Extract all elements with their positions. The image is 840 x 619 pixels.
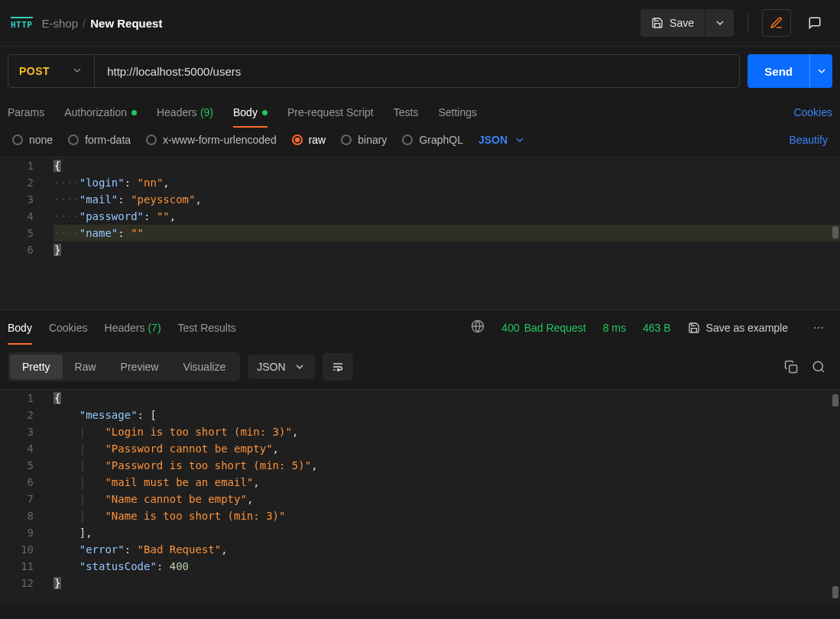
tab-pre-request[interactable]: Pre-request Script — [287, 97, 374, 128]
send-button[interactable]: Send — [748, 54, 809, 88]
tab-headers[interactable]: Headers(9) — [157, 97, 213, 128]
http-method-select[interactable]: POST — [8, 55, 95, 87]
resp-tab-headers[interactable]: Headers(7) — [105, 310, 161, 345]
floppy-icon — [651, 17, 663, 29]
search-button[interactable] — [805, 360, 832, 374]
code-token: "password" — [79, 210, 144, 222]
svg-rect-7 — [790, 365, 797, 373]
resp-tab-cookies[interactable]: Cookies — [49, 310, 88, 345]
line-number: 2 — [0, 407, 34, 423]
status-code: 400 — [501, 322, 519, 334]
tab-authorization[interactable]: Authorization — [64, 97, 137, 128]
beautify-link[interactable]: Beautify — [789, 134, 828, 146]
body-language-select[interactable]: JSON — [478, 134, 526, 146]
breadcrumb: E-shop / New Request — [42, 17, 163, 30]
seg-preview[interactable]: Preview — [109, 355, 171, 379]
svg-point-8 — [813, 361, 822, 371]
response-time: 8 ms — [603, 322, 626, 334]
header-bar: HTTP E-shop / New Request Save — [0, 0, 840, 47]
radio-circle-icon — [402, 134, 413, 145]
status-dot-icon — [131, 110, 137, 115]
radio-form-data[interactable]: form-data — [68, 134, 131, 146]
code-token: "message" — [79, 409, 138, 421]
code-token: "Name is too short (min: 3)" — [105, 510, 285, 522]
code-token: "peysscom" — [131, 193, 195, 206]
resp-headers-count: (7) — [148, 322, 161, 334]
breadcrumb-parent[interactable]: E-shop — [42, 17, 79, 30]
seg-pretty[interactable]: Pretty — [10, 355, 63, 379]
code-token: "Password cannot be empty" — [105, 442, 272, 455]
response-format-select[interactable]: JSON — [248, 355, 314, 379]
seg-raw[interactable]: Raw — [63, 355, 109, 379]
wrap-lines-button[interactable] — [323, 353, 353, 381]
tab-headers-label: Headers — [157, 106, 197, 118]
resp-tab-test-results[interactable]: Test Results — [178, 310, 236, 345]
editor-code: { ····"login": "nn", ····"mail": "peyssc… — [0, 157, 840, 258]
breadcrumb-current: New Request — [90, 17, 162, 30]
radio-none-label: none — [29, 134, 53, 146]
http-method-value: POST — [19, 65, 50, 77]
save-example-label: Save as example — [706, 322, 788, 334]
globe-icon[interactable] — [471, 319, 485, 335]
divider — [748, 13, 748, 33]
code-token: "Password is too short (min: 5)" — [105, 459, 311, 472]
url-input[interactable]: http://localhost:5000/users — [95, 55, 739, 87]
more-options-button[interactable] — [805, 322, 832, 334]
scrollbar-marker — [832, 226, 838, 238]
comments-button[interactable] — [800, 9, 829, 37]
response-view-toolbar: Pretty Raw Preview Visualize JSON — [0, 345, 840, 389]
tab-body-label: Body — [233, 106, 258, 118]
line-number: 1 — [0, 390, 34, 407]
breadcrumb-separator: / — [83, 17, 86, 30]
editor-code: { "message": [ | "Login is too short (mi… — [0, 390, 840, 591]
request-body-editor[interactable]: 1 2 3 4 5 6 { ····"login": "nn", ····"ma… — [0, 157, 840, 310]
radio-circle-icon — [12, 134, 23, 145]
body-language-label: JSON — [478, 134, 508, 146]
cookies-link[interactable]: Cookies — [793, 106, 832, 118]
editor-gutter: 1 2 3 4 5 6 — [0, 157, 44, 258]
response-body-editor[interactable]: 1 2 3 4 5 6 7 8 9 10 11 12 { "message": … — [0, 389, 840, 603]
status-dot-icon — [262, 110, 268, 115]
seg-visualize[interactable]: Visualize — [170, 355, 238, 379]
save-options-button[interactable] — [705, 9, 734, 37]
resp-tab-headers-label: Headers — [105, 322, 145, 334]
code-token: "name" — [79, 227, 118, 239]
edit-button[interactable] — [762, 9, 791, 37]
radio-binary[interactable]: binary — [341, 134, 387, 146]
request-tabs: Params Authorization Headers(9) Body Pre… — [0, 97, 840, 128]
floppy-icon — [688, 322, 700, 334]
code-token: "" — [131, 227, 144, 239]
chevron-down-icon — [514, 134, 526, 146]
radio-none[interactable]: none — [12, 134, 53, 146]
request-bar: POST http://localhost:5000/users Send — [0, 47, 840, 97]
copy-icon — [784, 360, 798, 374]
radio-circle-icon — [146, 134, 157, 145]
save-button[interactable]: Save — [641, 9, 705, 37]
line-number: 12 — [0, 575, 34, 591]
save-as-example-button[interactable]: Save as example — [688, 322, 788, 334]
tab-settings[interactable]: Settings — [438, 97, 477, 128]
copy-button[interactable] — [777, 360, 805, 374]
code-token: 400 — [170, 560, 189, 572]
scrollbar-marker — [832, 394, 838, 407]
chevron-down-icon — [714, 17, 726, 29]
tab-tests[interactable]: Tests — [394, 97, 419, 128]
radio-raw[interactable]: raw — [292, 134, 326, 146]
svg-point-4 — [822, 327, 823, 329]
chevron-down-icon — [816, 65, 828, 77]
radio-x-www-label: x-www-form-urlencoded — [163, 134, 277, 146]
line-number: 6 — [0, 241, 34, 258]
line-number: 1 — [0, 157, 34, 174]
resp-tab-body[interactable]: Body — [8, 310, 32, 345]
send-options-button[interactable] — [809, 54, 832, 88]
tab-body[interactable]: Body — [233, 97, 268, 128]
line-number: 7 — [0, 491, 34, 507]
line-number: 2 — [0, 174, 34, 191]
search-icon — [812, 360, 825, 374]
radio-binary-label: binary — [358, 134, 387, 146]
radio-x-www-form-urlencoded[interactable]: x-www-form-urlencoded — [146, 134, 277, 146]
body-type-selector: none form-data x-www-form-urlencoded raw… — [0, 128, 840, 157]
code-token: "nn" — [138, 177, 164, 189]
tab-params[interactable]: Params — [8, 97, 44, 128]
radio-graphql[interactable]: GraphQL — [402, 134, 463, 146]
